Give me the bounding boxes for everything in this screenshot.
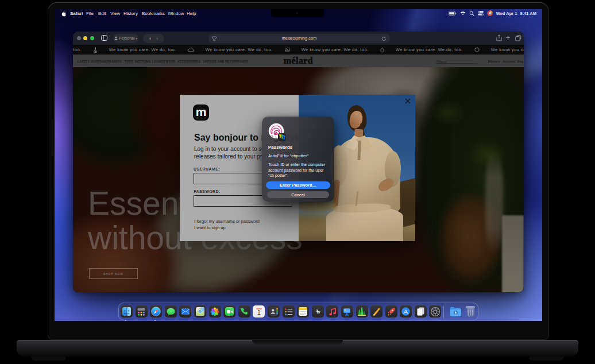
svg-text:tv: tv <box>316 310 320 314</box>
